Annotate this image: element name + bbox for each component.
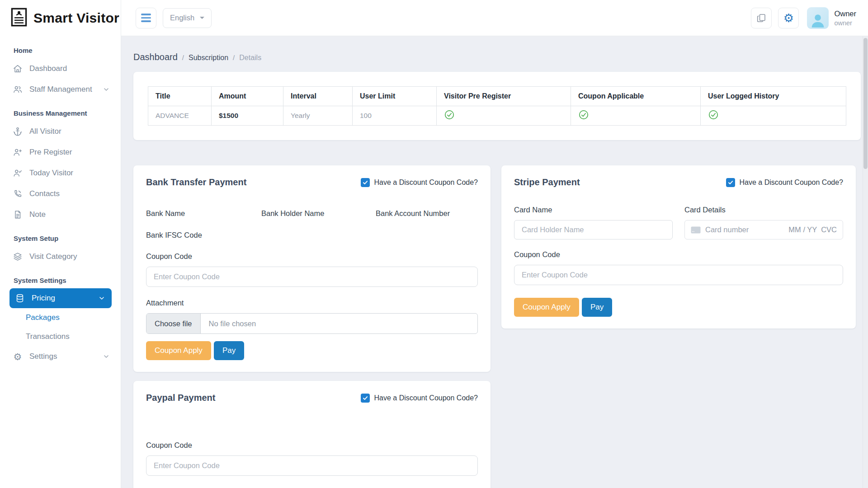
bank-pay-button[interactable]: Pay bbox=[214, 341, 244, 360]
home-icon bbox=[13, 64, 23, 74]
anchor-icon bbox=[13, 127, 23, 136]
sidebar-item-label: Settings bbox=[29, 352, 57, 361]
nav-section-home: Home bbox=[0, 37, 121, 58]
copy-pages-button[interactable] bbox=[751, 8, 772, 28]
plan-table-card: Title Amount Interval User Limit Visitor… bbox=[133, 72, 861, 140]
card-holder-name-input[interactable] bbox=[514, 220, 673, 239]
sidebar-item-contacts[interactable]: Contacts bbox=[0, 183, 121, 204]
stripe-card-title: Stripe Payment bbox=[514, 177, 580, 188]
sidebar-item-dashboard[interactable]: Dashboard bbox=[0, 58, 121, 79]
col-coupon-applicable: Coupon Applicable bbox=[571, 87, 701, 106]
col-amount: Amount bbox=[212, 87, 283, 106]
note-icon bbox=[13, 210, 23, 220]
brand-name: Smart Visitor bbox=[33, 10, 119, 26]
menu-toggle-button[interactable] bbox=[136, 8, 156, 28]
paypal-coupon-checkbox-row[interactable]: Have a Discount Coupon Code? bbox=[361, 394, 478, 403]
sidebar-item-all-visitor[interactable]: All Visitor bbox=[0, 121, 121, 142]
bank-card-title: Bank Transfer Payment bbox=[146, 177, 246, 188]
plan-table: Title Amount Interval User Limit Visitor… bbox=[148, 86, 846, 126]
check-circle-icon bbox=[708, 109, 719, 120]
page-content: Dashboard / Subscription / Details Title… bbox=[121, 36, 868, 488]
main-area: English ⚙ Owner owner bbox=[121, 0, 868, 488]
stripe-coupon-apply-button[interactable]: Coupon Apply bbox=[514, 298, 579, 317]
paypal-card: Paypal Payment Have a Discount Coupon Co… bbox=[133, 381, 491, 488]
scrollbar-thumb[interactable] bbox=[863, 38, 868, 169]
sidebar-item-label: Pre Register bbox=[29, 148, 72, 157]
card-number-placeholder: Card number bbox=[705, 225, 749, 234]
settings-button[interactable]: ⚙ bbox=[778, 8, 799, 28]
breadcrumb-dashboard[interactable]: Dashboard bbox=[133, 52, 178, 62]
brand-logo[interactable]: Smart Visitor bbox=[0, 0, 121, 36]
sidebar-item-label: Staff Management bbox=[29, 85, 92, 94]
sidebar-item-label: Today Visitor bbox=[29, 169, 73, 178]
phone-icon bbox=[13, 189, 23, 199]
bank-coupon-code-input[interactable] bbox=[146, 267, 478, 287]
coupon-checkbox-label: Have a Discount Coupon Code? bbox=[740, 178, 843, 187]
card-expiry-cvc-placeholder: MM / YY CVC bbox=[788, 225, 837, 234]
breadcrumb: Dashboard / Subscription / Details bbox=[133, 52, 861, 62]
card-number-input[interactable]: Card number MM / YY CVC bbox=[684, 220, 843, 239]
stripe-coupon-checkbox-row[interactable]: Have a Discount Coupon Code? bbox=[726, 178, 843, 187]
checkbox-checked-icon[interactable] bbox=[361, 394, 370, 403]
sidebar-item-note[interactable]: System Setup Note bbox=[0, 204, 121, 225]
sidebar-item-label: Dashboard bbox=[29, 64, 67, 73]
paypal-coupon-code-input[interactable] bbox=[146, 455, 478, 476]
bank-ifsc-code-label: Bank IFSC Code bbox=[146, 231, 261, 239]
breadcrumb-separator: / bbox=[233, 54, 235, 61]
sidebar-item-staff-management[interactable]: Staff Management bbox=[0, 79, 121, 100]
checkbox-checked-icon[interactable] bbox=[361, 178, 370, 187]
cell-interval: Yearly bbox=[283, 106, 353, 126]
col-user-logged-history: User Logged History bbox=[701, 87, 846, 106]
chevron-down-icon bbox=[103, 353, 110, 360]
avatar bbox=[807, 7, 829, 29]
user-role: owner bbox=[834, 19, 856, 27]
user-name: Owner bbox=[834, 9, 856, 18]
sidebar-item-label: All Visitor bbox=[29, 127, 61, 136]
bank-coupon-code-label: Coupon Code bbox=[146, 252, 478, 261]
sidebar-item-settings[interactable]: ⚙ Settings bbox=[0, 346, 121, 367]
paypal-coupon-code-label: Coupon Code bbox=[146, 441, 478, 450]
gear-icon: ⚙ bbox=[783, 12, 794, 24]
card-details-label: Card Details bbox=[684, 206, 843, 214]
sidebar-item-pre-register[interactable]: Pre Register bbox=[0, 142, 121, 163]
nav-section-system-setup: System Setup bbox=[0, 225, 121, 246]
sidebar-item-label: Contacts bbox=[29, 189, 60, 198]
sidebar-subitem-packages[interactable]: Packages bbox=[0, 308, 121, 327]
nav-section-system-settings: System Settings bbox=[0, 267, 121, 288]
layers-icon bbox=[13, 252, 23, 262]
stripe-card: Stripe Payment Have a Discount Coupon Co… bbox=[501, 165, 856, 328]
table-header-row: Title Amount Interval User Limit Visitor… bbox=[148, 87, 846, 106]
language-dropdown[interactable]: English bbox=[163, 8, 212, 28]
copy-pages-icon bbox=[756, 13, 767, 23]
col-interval: Interval bbox=[283, 87, 353, 106]
coupon-checkbox-label: Have a Discount Coupon Code? bbox=[374, 178, 478, 187]
checkbox-checked-icon[interactable] bbox=[726, 178, 735, 187]
sidebar-item-visit-category[interactable]: Visit Category bbox=[0, 246, 121, 267]
cell-visitor-pre-register bbox=[437, 106, 571, 126]
bank-coupon-apply-button[interactable]: Coupon Apply bbox=[146, 341, 211, 360]
sidebar: Smart Visitor Home Dashboard Staff Manag… bbox=[0, 0, 121, 488]
cell-amount: $1500 bbox=[212, 106, 283, 126]
attachment-file-input[interactable]: Choose file No file chosen bbox=[146, 313, 478, 334]
stripe-coupon-code-label: Coupon Code bbox=[514, 250, 843, 259]
col-user-limit: User Limit bbox=[353, 87, 437, 106]
cell-title: ADVANCE bbox=[148, 106, 212, 126]
stripe-pay-button[interactable]: Pay bbox=[582, 298, 612, 317]
table-row: ADVANCE $1500 Yearly 100 bbox=[148, 106, 846, 126]
sidebar-subitem-transactions[interactable]: Transactions bbox=[0, 327, 121, 346]
sidebar-nav: Home Dashboard Staff Management Business… bbox=[0, 36, 121, 367]
caret-down-icon bbox=[200, 17, 204, 21]
bank-transfer-card: Bank Transfer Payment Have a Discount Co… bbox=[133, 165, 491, 372]
person-plus-icon bbox=[13, 147, 23, 157]
sidebar-item-pricing[interactable]: Pricing bbox=[9, 288, 112, 308]
user-menu[interactable]: Owner owner bbox=[807, 7, 856, 29]
vertical-scrollbar[interactable] bbox=[863, 36, 868, 488]
breadcrumb-subscription[interactable]: Subscription bbox=[189, 54, 228, 62]
stripe-coupon-code-input[interactable] bbox=[514, 265, 843, 285]
sidebar-item-today-visitor[interactable]: Today Visitor bbox=[0, 163, 121, 183]
bank-coupon-checkbox-row[interactable]: Have a Discount Coupon Code? bbox=[361, 178, 478, 187]
attachment-label: Attachment bbox=[146, 299, 478, 307]
database-icon bbox=[15, 293, 25, 303]
choose-file-button[interactable]: Choose file bbox=[146, 314, 201, 333]
chevron-down-icon bbox=[103, 86, 110, 93]
